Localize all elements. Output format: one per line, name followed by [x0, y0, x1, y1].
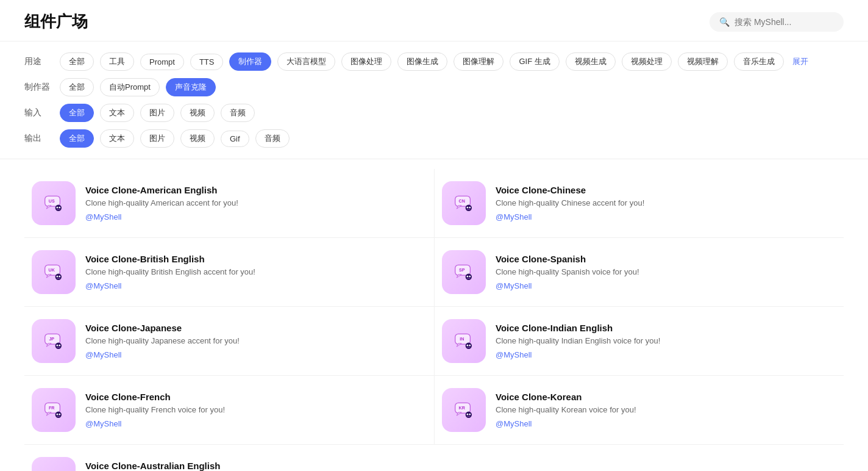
search-input[interactable] — [735, 17, 832, 27]
card-title: Voice Clone-Chinese — [496, 185, 836, 195]
input-btn-image[interactable]: 图片 — [140, 104, 174, 122]
card-title: Voice Clone-Spanish — [496, 254, 836, 264]
filter-section: 用途 全部 工具 Prompt TTS 制作器 大语言模型 图像处理 图像生成 … — [0, 41, 868, 159]
svg-rect-6 — [57, 209, 60, 210]
svg-text:KR: KR — [459, 406, 465, 411]
purpose-btn-imgunderstand[interactable]: 图像理解 — [454, 52, 503, 71]
purpose-btn-tts[interactable]: TTS — [190, 54, 224, 70]
output-btn-gif[interactable]: Gif — [221, 131, 249, 147]
card-title: Voice Clone-Korean — [496, 392, 836, 402]
list-item[interactable]: IN Voice Clone-Indian English Clone high… — [434, 307, 844, 376]
svg-point-52 — [466, 412, 472, 418]
svg-text:UK: UK — [49, 268, 55, 273]
maker-filter-row: 制作器 全部 自动Prompt 声音克隆 — [24, 74, 844, 100]
svg-text:IN: IN — [460, 337, 464, 342]
page-title: 组件广场 — [24, 11, 88, 32]
content-area: US Voice Clone-American English Clone hi… — [0, 159, 868, 471]
svg-point-4 — [57, 207, 59, 209]
list-item[interactable]: CN Voice Clone-Chinese Clone high-qualit… — [434, 169, 844, 238]
purpose-btn-imgprocess[interactable]: 图像处理 — [341, 52, 391, 71]
list-item[interactable]: US Voice Clone-American English Clone hi… — [24, 169, 434, 238]
svg-point-10 — [466, 205, 472, 211]
purpose-btn-llm[interactable]: 大语言模型 — [277, 52, 335, 71]
svg-point-18 — [57, 276, 59, 278]
purpose-btn-videounderstand[interactable]: 视频理解 — [678, 52, 728, 71]
card-info: Voice Clone-Australian English Clone hig… — [85, 461, 427, 471]
svg-point-26 — [469, 276, 471, 278]
purpose-btn-prompt[interactable]: Prompt — [140, 54, 184, 70]
page-header: 组件广场 🔍 — [0, 0, 868, 41]
purpose-btn-musicgen[interactable]: 音乐生成 — [734, 52, 784, 71]
card-desc: Clone high-quality Indian English voice … — [496, 336, 836, 347]
purpose-btn-videogen[interactable]: 视频生成 — [566, 52, 616, 71]
card-icon: CN — [442, 181, 486, 225]
svg-text:JP: JP — [49, 337, 54, 342]
list-item[interactable]: KR Voice Clone-Korean Clone high-quality… — [434, 376, 844, 445]
card-icon: KR — [442, 388, 486, 432]
search-icon: 🔍 — [719, 17, 730, 27]
svg-rect-34 — [57, 347, 60, 348]
input-btn-audio[interactable]: 音频 — [221, 104, 255, 122]
maker-btn-all[interactable]: 全部 — [60, 78, 94, 96]
svg-point-39 — [467, 345, 469, 347]
output-btn-image[interactable]: 图片 — [140, 129, 174, 148]
card-info: Voice Clone-Japanese Clone high-quality … — [85, 323, 427, 359]
maker-btn-voiceclone[interactable]: 声音克隆 — [166, 78, 216, 96]
card-info: Voice Clone-British English Clone high-q… — [85, 254, 427, 290]
svg-point-12 — [469, 207, 471, 209]
purpose-filter-row: 用途 全部 工具 Prompt TTS 制作器 大语言模型 图像处理 图像生成 … — [24, 49, 844, 74]
output-btn-video[interactable]: 视频 — [180, 129, 215, 148]
list-item[interactable]: FR Voice Clone-French Clone high-quality… — [24, 376, 434, 445]
purpose-btn-all[interactable]: 全部 — [60, 52, 94, 71]
maker-label: 制作器 — [24, 82, 54, 93]
svg-rect-27 — [467, 278, 470, 279]
list-item[interactable]: AUS Voice Clone-Australian English Clone… — [24, 445, 434, 471]
svg-point-25 — [467, 276, 469, 278]
card-author: @MyShell — [85, 419, 427, 428]
card-author: @MyShell — [496, 419, 836, 428]
output-btn-all[interactable]: 全部 — [60, 129, 94, 148]
svg-point-17 — [55, 274, 62, 280]
card-desc: Clone high-quality American accent for y… — [85, 198, 427, 209]
svg-point-47 — [59, 414, 60, 415]
card-desc: Clone high-quality Spanish voice for you… — [496, 267, 836, 278]
card-icon: US — [32, 181, 76, 225]
card-title: Voice Clone-French — [85, 392, 427, 402]
purpose-btn-maker[interactable]: 制作器 — [229, 52, 271, 71]
output-btn-audio[interactable]: 音频 — [255, 129, 290, 148]
card-desc: Clone high-quality French voice for you! — [85, 404, 427, 415]
purpose-btn-imggen[interactable]: 图像生成 — [397, 52, 447, 71]
card-desc: Clone high-quality Japanese accent for y… — [85, 336, 427, 347]
card-title: Voice Clone-British English — [85, 254, 427, 264]
card-info: Voice Clone-Indian English Clone high-qu… — [496, 323, 836, 359]
input-label: 输入 — [24, 107, 54, 118]
card-title: Voice Clone-Japanese — [85, 323, 427, 333]
svg-point-54 — [469, 414, 471, 415]
input-btn-video[interactable]: 视频 — [180, 104, 215, 122]
card-icon: FR — [32, 388, 76, 432]
output-filter-row: 输出 全部 文本 图片 视频 Gif 音频 — [24, 126, 844, 151]
card-info: Voice Clone-Spanish Clone high-quality S… — [496, 254, 836, 290]
card-title: Voice Clone-Australian English — [85, 461, 427, 471]
card-icon: JP — [32, 319, 76, 363]
svg-point-19 — [59, 276, 60, 278]
maker-btn-autoprompt[interactable]: 自动Prompt — [100, 78, 160, 96]
purpose-btn-tool[interactable]: 工具 — [100, 52, 134, 71]
expand-button[interactable]: 展开 — [792, 56, 808, 67]
purpose-btn-gifgen[interactable]: GIF 生成 — [510, 52, 559, 71]
list-item[interactable]: UK Voice Clone-British English Clone hig… — [24, 238, 434, 307]
svg-point-40 — [469, 345, 471, 347]
output-btn-text[interactable]: 文本 — [100, 129, 134, 148]
card-icon: IN — [442, 319, 486, 363]
svg-rect-41 — [467, 347, 470, 348]
card-desc: Clone high-quality Korean voice for you! — [496, 404, 836, 415]
purpose-btn-videoproc[interactable]: 视频处理 — [622, 52, 672, 71]
svg-point-53 — [467, 414, 469, 415]
list-item[interactable]: SP Voice Clone-Spanish Clone high-qualit… — [434, 238, 844, 307]
output-label: 输出 — [24, 133, 54, 144]
card-icon: AUS — [32, 457, 76, 471]
input-btn-text[interactable]: 文本 — [100, 104, 134, 122]
cards-grid: US Voice Clone-American English Clone hi… — [24, 169, 844, 471]
list-item[interactable]: JP Voice Clone-Japanese Clone high-quali… — [24, 307, 434, 376]
input-btn-all[interactable]: 全部 — [60, 104, 94, 122]
